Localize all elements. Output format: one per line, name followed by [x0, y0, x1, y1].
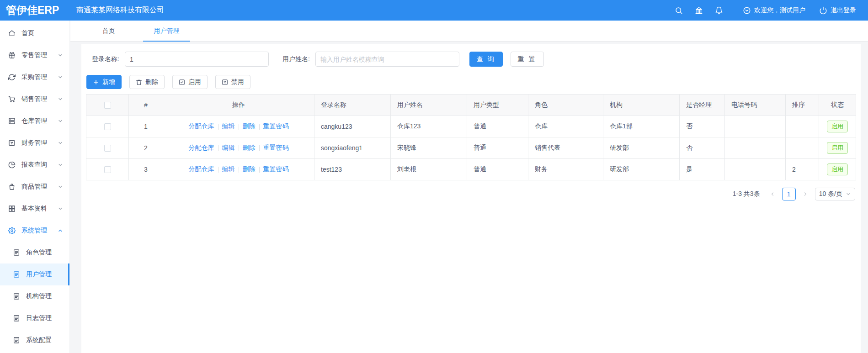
pagination: 1-3 共3条 1 10 条/页: [87, 188, 855, 200]
reset-button[interactable]: 重 置: [511, 52, 544, 67]
status-badge: 启用: [827, 163, 848, 175]
users-table-wrap: # 操作 登录名称 用户姓名 用户类型 角色 机构 是否经理 电话号码 排序 状…: [86, 94, 856, 180]
select-all-checkbox[interactable]: [104, 102, 111, 109]
chevron-down-icon: [58, 140, 63, 146]
delete-button[interactable]: 删除: [129, 75, 165, 89]
app-header: 管伊佳ERP 南通某某网络科技有限公司 欢迎您，测试用户 退出登录: [0, 0, 868, 21]
page-size-select[interactable]: 10 条/页: [815, 188, 855, 200]
col-index: #: [129, 95, 163, 116]
users-table: # 操作 登录名称 用户姓名 用户类型 角色 机构 是否经理 电话号码 排序 状…: [86, 94, 856, 180]
separator: [239, 124, 239, 130]
table-row: 3 分配仓库 编辑 删除 重置密码 test123 刘老根 普通 财务 研发部 …: [86, 159, 856, 180]
cell-org: 研发部: [603, 159, 680, 180]
separator: [259, 167, 260, 173]
sidebar-item-reports[interactable]: 报表查询: [0, 154, 69, 176]
toolbar: 新增 删除 启用 禁用: [86, 75, 861, 89]
edit-link[interactable]: 编辑: [222, 122, 235, 131]
delete-button-label: 删除: [145, 78, 158, 86]
disable-button-label: 禁用: [231, 78, 244, 86]
sidebar: 首页 零售管理 采购管理 销售管理 仓库管理 财务管理 报表查询 商品管理 基本…: [0, 21, 70, 353]
cell-org: 研发部: [603, 137, 680, 159]
separator: [239, 167, 239, 173]
col-role: 角色: [528, 95, 603, 116]
search-button[interactable]: [669, 0, 689, 21]
sidebar-item-label: 商品管理: [21, 183, 52, 191]
separator: [239, 145, 239, 151]
col-phone: 电话号码: [725, 95, 786, 116]
sidebar-item-products[interactable]: 商品管理: [0, 176, 69, 198]
search-form: 登录名称: 用户姓名: 查 询 重 置: [92, 52, 861, 67]
enable-button[interactable]: 启用: [172, 75, 208, 89]
delete-link[interactable]: 删除: [243, 144, 256, 152]
cell-role: 仓库: [528, 116, 603, 137]
cell-type: 普通: [467, 116, 528, 137]
doc-icon: [13, 337, 20, 344]
sidebar-item-role-mgmt[interactable]: 角色管理: [0, 242, 69, 263]
sidebar-item-user-mgmt[interactable]: 用户管理: [0, 263, 69, 285]
prev-page-button[interactable]: [767, 188, 778, 200]
cell-role: 销售代表: [528, 137, 603, 159]
query-button[interactable]: 查 询: [469, 52, 503, 67]
col-sort: 排序: [786, 95, 819, 116]
sidebar-item-basic-data[interactable]: 基本资料: [0, 198, 69, 220]
sidebar-item-finance[interactable]: 财务管理: [0, 132, 69, 154]
login-name-input[interactable]: [125, 52, 269, 67]
sidebar-item-warehouse[interactable]: 仓库管理: [0, 110, 69, 132]
reset-password-link[interactable]: 重置密码: [263, 144, 289, 152]
search-icon: [675, 6, 683, 15]
row-checkbox[interactable]: [104, 166, 111, 173]
assign-warehouse-link[interactable]: 分配仓库: [189, 144, 214, 152]
page-number-button[interactable]: 1: [782, 188, 796, 200]
app-logo: 管伊佳ERP: [0, 3, 70, 17]
sidebar-item-sys-config[interactable]: 系统配置: [0, 329, 69, 351]
assign-warehouse-link[interactable]: 分配仓库: [189, 165, 214, 174]
separator: [218, 124, 218, 130]
sidebar-item-log-mgmt[interactable]: 日志管理: [0, 307, 69, 329]
sidebar-item-label: 首页: [21, 29, 63, 37]
row-checkbox[interactable]: [104, 145, 111, 152]
next-page-button[interactable]: [799, 188, 811, 200]
logout-button[interactable]: 退出登录: [819, 6, 856, 15]
edit-link[interactable]: 编辑: [222, 165, 235, 174]
sidebar-item-purchase[interactable]: 采购管理: [0, 66, 69, 88]
logout-icon: [819, 6, 827, 15]
x-square-icon: [222, 79, 228, 85]
welcome-text: 欢迎您，测试用户: [754, 6, 805, 15]
user-dropdown-icon: [743, 6, 751, 15]
row-actions: 分配仓库 编辑 删除 重置密码: [165, 122, 312, 131]
reset-password-link[interactable]: 重置密码: [263, 165, 289, 174]
cell-type: 普通: [467, 159, 528, 180]
sidebar-item-sales[interactable]: 销售管理: [0, 88, 69, 110]
sidebar-item-retail[interactable]: 零售管理: [0, 44, 69, 66]
sidebar-item-org-mgmt[interactable]: 机构管理: [0, 285, 69, 307]
notifications-button[interactable]: [709, 0, 729, 21]
cell-index: 2: [129, 137, 163, 159]
assign-warehouse-link[interactable]: 分配仓库: [189, 122, 214, 131]
sidebar-item-home[interactable]: 首页: [0, 22, 69, 44]
tab-home[interactable]: 首页: [80, 21, 138, 41]
disable-button[interactable]: 禁用: [215, 75, 250, 89]
delete-link[interactable]: 删除: [243, 122, 256, 131]
add-button[interactable]: 新增: [86, 75, 122, 89]
row-checkbox[interactable]: [104, 123, 111, 130]
user-name-input[interactable]: [315, 52, 459, 67]
delete-link[interactable]: 删除: [243, 165, 256, 174]
reset-password-link[interactable]: 重置密码: [263, 122, 289, 131]
tab-user-mgmt[interactable]: 用户管理: [138, 21, 196, 41]
cell-name: 刘老根: [391, 159, 467, 180]
cell-login: test123: [314, 159, 391, 180]
sidebar-item-label: 仓库管理: [21, 117, 52, 125]
home-portal-button[interactable]: [689, 0, 709, 21]
sidebar-item-system[interactable]: 系统管理: [0, 220, 69, 242]
cell-index: 1: [129, 116, 163, 137]
chevron-down-icon: [58, 184, 63, 190]
sync-icon: [8, 74, 16, 81]
sidebar-item-label: 基本资料: [21, 205, 52, 213]
user-menu[interactable]: 欢迎您，测试用户: [743, 6, 805, 15]
edit-link[interactable]: 编辑: [222, 144, 235, 152]
separator: [218, 167, 218, 173]
header-actions: 欢迎您，测试用户 退出登录: [669, 0, 868, 21]
cell-login: cangku123: [314, 116, 391, 137]
cell-manager: 是: [680, 159, 725, 180]
cell-login: songxiaofeng1: [314, 137, 391, 159]
